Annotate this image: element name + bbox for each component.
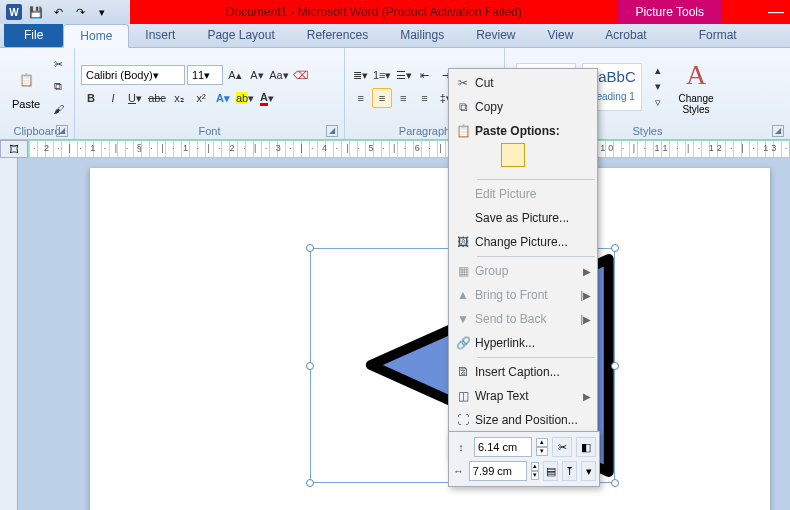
align-center-icon[interactable]: ≡ [372,88,391,108]
menu-wrap-text[interactable]: ◫Wrap Text▶ [449,384,597,408]
resize-handle-ne[interactable] [611,244,619,252]
menu-separator [477,256,595,257]
horizontal-ruler[interactable]: · 2 · | · 1 · | · § · | · 1 · | · 2 · | … [28,140,790,158]
mini-size-toolbar: ↕ ▴▾ ✂ ◧ ↔ ▴▾ ▤ ⤒ ▾ [448,431,600,487]
group-label-font: Font◢ [81,123,338,139]
tab-insert[interactable]: Insert [129,24,191,47]
vertical-ruler[interactable] [0,158,18,510]
menu-size-and-position[interactable]: ⛶Size and Position... [449,408,597,432]
title-bar: Document1 - Microsoft Word (Product Acti… [130,0,790,24]
cut-icon: ✂ [451,76,475,90]
tab-format[interactable]: Format [683,24,753,47]
resize-handle-e[interactable] [611,362,619,370]
menu-copy[interactable]: ⧉Copy [449,95,597,119]
save-icon[interactable]: 💾 [26,2,46,22]
align-left-icon[interactable]: ≡ [351,88,370,108]
menu-group: ▦Group▶ [449,259,597,283]
paste-icon: 📋 [451,124,475,138]
style-gallery-expand[interactable]: ▿ [648,95,668,110]
width-input[interactable] [469,461,527,481]
font-size-combo[interactable]: 11 ▾ [187,65,223,85]
change-styles-label: Change Styles [674,93,718,115]
bold-button[interactable]: B [81,88,101,108]
numbering-icon[interactable]: 1≡▾ [372,65,392,85]
undo-icon[interactable]: ↶ [48,2,68,22]
menu-insert-caption[interactable]: 🖺Insert Caption... [449,360,597,384]
font-name-combo[interactable]: Calibri (Body) ▾ [81,65,185,85]
change-case-icon[interactable]: Aa▾ [269,65,289,85]
tab-page-layout[interactable]: Page Layout [191,24,290,47]
tab-references[interactable]: References [291,24,384,47]
height-spin-down[interactable]: ▾ [536,447,548,456]
underline-button[interactable]: U▾ [125,88,145,108]
tab-review[interactable]: Review [460,24,531,47]
format-painter-icon[interactable]: 🖌 [48,99,68,119]
width-spin-down[interactable]: ▾ [531,471,540,480]
tab-acrobat[interactable]: Acrobat [589,24,662,47]
qat-customize-icon[interactable]: ▾ [92,2,112,22]
text-effects-icon[interactable]: A▾ [213,88,233,108]
group-clipboard: 📋 Paste ✂ ⧉ 🖌 Clipboard◢ [0,48,75,139]
page[interactable] [90,168,770,510]
italic-button[interactable]: I [103,88,123,108]
style-scroll-down[interactable]: ▾ [648,79,668,94]
change-styles-icon: A [680,59,712,91]
menu-separator [477,357,595,358]
highlight-icon[interactable]: ab▾ [235,88,255,108]
submenu-arrow-icon: ▶ [583,314,591,325]
wrap-button[interactable]: ▤ [543,461,558,481]
ruler-corner[interactable]: ⌑ [0,140,28,158]
context-menu: ✂Cut ⧉Copy 📋Paste Options: Edit Picture … [448,68,598,459]
style-scroll-up[interactable]: ▴ [648,63,668,78]
menu-paste-options-header: 📋Paste Options: [449,119,597,143]
clear-formatting-icon[interactable]: ⌫ [291,65,311,85]
ruler-numbers: · 2 · | · 1 · | · § · | · 1 · | · 2 · | … [33,143,785,153]
font-dialog-launcher[interactable]: ◢ [326,125,338,137]
menu-change-picture[interactable]: 🖼Change Picture... [449,230,597,254]
font-color-icon[interactable]: A▾ [257,88,277,108]
size-icon: ⛶ [451,413,475,427]
cut-icon[interactable]: ✂ [48,55,68,75]
subscript-button[interactable]: x₂ [169,88,189,108]
ribbon: 📋 Paste ✂ ⧉ 🖌 Clipboard◢ Calibri (Body) … [0,48,790,140]
decrease-indent-icon[interactable]: ⇤ [415,65,434,85]
menu-paste-option-picture[interactable] [449,143,597,177]
justify-icon[interactable]: ≡ [415,88,434,108]
shrink-font-icon[interactable]: A▾ [247,65,267,85]
strikethrough-button[interactable]: abc [147,88,167,108]
menu-hyperlink[interactable]: 🔗Hyperlink... [449,331,597,355]
resize-handle-nw[interactable] [306,244,314,252]
redo-icon[interactable]: ↷ [70,2,90,22]
tab-mailings[interactable]: Mailings [384,24,460,47]
bullets-icon[interactable]: ≣▾ [351,65,370,85]
minimize-button[interactable]: — [762,3,790,21]
word-app-icon[interactable]: W [4,2,24,22]
quick-access-toolbar: W 💾 ↶ ↷ ▾ Document1 - Microsoft Word (Pr… [0,0,790,24]
styles-dialog-launcher[interactable]: ◢ [772,125,784,137]
wrap-text-icon: ◫ [451,389,475,403]
position-button[interactable]: ◧ [576,437,596,457]
resize-handle-sw[interactable] [306,479,314,487]
height-input[interactable] [474,437,532,457]
width-spin-up[interactable]: ▴ [531,462,540,471]
clipboard-dialog-launcher[interactable]: ◢ [56,125,68,137]
superscript-button[interactable]: x² [191,88,211,108]
align-right-icon[interactable]: ≡ [394,88,413,108]
multilevel-list-icon[interactable]: ☰▾ [394,65,413,85]
menu-save-as-picture[interactable]: Save as Picture... [449,206,597,230]
resize-handle-se[interactable] [611,479,619,487]
height-spin-up[interactable]: ▴ [536,438,548,447]
resize-handle-w[interactable] [306,362,314,370]
grow-font-icon[interactable]: A▴ [225,65,245,85]
paste-button[interactable]: 📋 Paste [6,62,46,112]
more-button[interactable]: ▾ [581,461,596,481]
tab-file[interactable]: File [4,24,63,47]
crop-button[interactable]: ✂ [552,437,572,457]
copy-icon[interactable]: ⧉ [48,77,68,97]
change-styles-button[interactable]: A Change Styles [670,57,722,117]
paste-label: Paste [12,98,40,110]
tab-home[interactable]: Home [63,24,129,48]
menu-cut[interactable]: ✂Cut [449,71,597,95]
tab-view[interactable]: View [532,24,590,47]
bring-forward-button[interactable]: ⤒ [562,461,577,481]
